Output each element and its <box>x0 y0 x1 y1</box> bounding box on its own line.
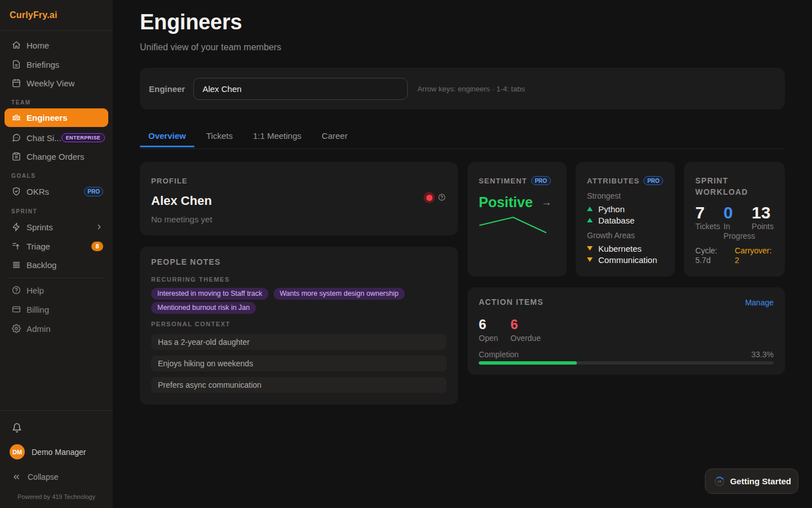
svg-text:1/5: 1/5 <box>718 480 722 483</box>
